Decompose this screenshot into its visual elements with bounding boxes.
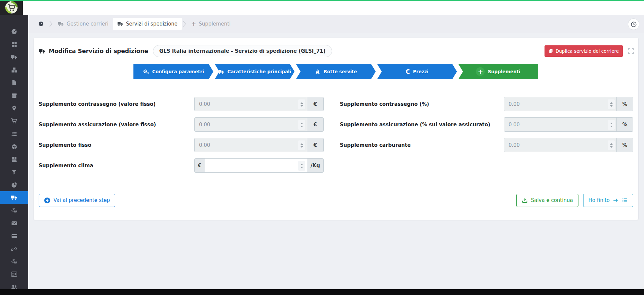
supplemento-clima-input[interactable] bbox=[205, 159, 307, 172]
modules-grid-icon bbox=[11, 41, 17, 48]
previous-step-button[interactable]: Vai al precedente step bbox=[39, 194, 115, 207]
sidebar-item-archive[interactable] bbox=[0, 89, 28, 102]
step-caratteristiche-principali[interactable]: Caratteristiche principali bbox=[215, 64, 295, 79]
sidebar-item-statistics[interactable] bbox=[0, 178, 28, 191]
card-title-row: Modifica Servizio di spedizione GLS Ital… bbox=[39, 44, 634, 58]
euro-suffix: € bbox=[307, 97, 323, 111]
footer-divider bbox=[34, 187, 638, 187]
shipping-truck-icon bbox=[11, 194, 17, 201]
field-supplemento-fisso: Supplemento fisso € bbox=[39, 138, 324, 152]
boxes-icon bbox=[11, 67, 17, 73]
envelope-icon bbox=[11, 220, 17, 226]
dashboard-gauge-icon bbox=[11, 28, 17, 35]
list-icon bbox=[622, 197, 628, 203]
plus-icon: + bbox=[191, 20, 196, 27]
step-prezzi[interactable]: € Prezzi bbox=[377, 64, 457, 79]
sidebar-item-settings[interactable] bbox=[0, 204, 28, 217]
cogs-icon bbox=[11, 207, 17, 214]
topbar bbox=[0, 1, 644, 15]
supplemento-assicurazione-pct-input[interactable] bbox=[504, 118, 616, 131]
supplements-form: Supplemento contrassegno (valore fisso) … bbox=[39, 97, 633, 179]
file-invoice-icon bbox=[11, 80, 17, 86]
truck-icon bbox=[218, 69, 224, 75]
sidebar-item-pallet[interactable] bbox=[0, 153, 28, 166]
breadcrumb-gestione-corrieri[interactable]: Gestione corrieri bbox=[53, 18, 113, 30]
sidebar-item-modules[interactable] bbox=[0, 38, 28, 51]
sidebar-item-payments[interactable] bbox=[0, 229, 28, 242]
field-supplemento-assicurazione-fisso: Supplemento assicurazione (valore fisso)… bbox=[39, 117, 324, 132]
field-supplemento-carburante: Supplemento carburante % bbox=[340, 138, 633, 152]
sidebar-nav bbox=[0, 15, 28, 295]
sidebar-item-documents[interactable] bbox=[0, 76, 28, 89]
field-supplemento-clima: Supplemento clima € /Kg bbox=[39, 158, 324, 173]
euro-icon: € bbox=[405, 68, 410, 75]
chevron-right-icon bbox=[49, 20, 53, 27]
percent-suffix: % bbox=[616, 138, 633, 152]
service-name-badge: GLS Italia internazionale - Servizio di … bbox=[153, 45, 332, 57]
number-spinner[interactable] bbox=[298, 161, 305, 171]
field-supplemento-assicurazione-pct: Supplemento assicurazione (% sul valore … bbox=[340, 117, 633, 132]
form-left-column: Supplemento contrassegno (valore fisso) … bbox=[39, 97, 324, 179]
sidebar-item-products[interactable] bbox=[0, 64, 28, 76]
field-supplemento-contrassegno-fisso: Supplemento contrassegno (valore fisso) … bbox=[39, 97, 324, 111]
step-rotte-servite[interactable]: Rotte servite bbox=[296, 64, 376, 79]
supplemento-contrassegno-pct-input[interactable] bbox=[504, 97, 616, 111]
brand-logo[interactable] bbox=[0, 0, 23, 15]
number-spinner[interactable] bbox=[298, 140, 305, 150]
history-clock-button[interactable] bbox=[628, 18, 639, 30]
download-icon bbox=[522, 197, 528, 204]
arrow-right-icon bbox=[613, 197, 619, 203]
map-marker-icon bbox=[11, 105, 17, 111]
sidebar-item-locations[interactable] bbox=[0, 102, 28, 115]
top-accent-line bbox=[0, 0, 644, 1]
sidebar-item-carriers[interactable] bbox=[0, 51, 28, 64]
number-spinner[interactable] bbox=[608, 140, 615, 150]
funnel-icon bbox=[11, 169, 17, 175]
number-spinner[interactable] bbox=[298, 99, 305, 109]
breadcrumb: Gestione corrieri Servizi di spedizione … bbox=[34, 18, 235, 30]
step-supplementi-active[interactable]: + Supplementi bbox=[458, 64, 538, 79]
breadcrumb-servizi-di-spedizione[interactable]: Servizi di spedizione bbox=[113, 18, 182, 30]
number-spinner[interactable] bbox=[608, 120, 615, 130]
breadcrumb-supplementi[interactable]: + Supplementi bbox=[187, 18, 235, 30]
card-footer: Vai al precedente step Salva e continua … bbox=[39, 193, 633, 208]
save-continue-button[interactable]: Salva e continua bbox=[516, 194, 578, 207]
supplemento-contrassegno-fisso-input[interactable] bbox=[195, 97, 307, 111]
euro-suffix: € bbox=[307, 118, 323, 131]
sidebar-item-stock[interactable] bbox=[0, 140, 28, 153]
truck-icon bbox=[39, 48, 46, 55]
euro-suffix: € bbox=[307, 138, 323, 152]
number-spinner[interactable] bbox=[298, 120, 305, 130]
dashboard-gauge-icon bbox=[38, 21, 44, 27]
sidebar-item-orders[interactable] bbox=[0, 115, 28, 127]
field-supplemento-contrassegno-pct: Supplemento contrassegno (%) % bbox=[340, 97, 633, 111]
link-icon bbox=[11, 246, 17, 252]
breadcrumb-bar: Gestione corrieri Servizi di spedizione … bbox=[28, 15, 644, 33]
archive-icon bbox=[11, 92, 17, 99]
finished-button[interactable]: Ho finito bbox=[583, 194, 633, 207]
duplicate-service-button[interactable]: Duplica servizio del corriere bbox=[545, 45, 623, 57]
supplemento-fisso-input[interactable] bbox=[195, 138, 307, 152]
sidebar-item-automation[interactable] bbox=[0, 255, 28, 268]
sidebar-item-filters[interactable] bbox=[0, 166, 28, 178]
sidebar-item-shipping-active[interactable] bbox=[0, 191, 28, 204]
sidebar-item-listings[interactable] bbox=[0, 127, 28, 140]
percent-suffix: % bbox=[616, 118, 633, 131]
euro-prefix: € bbox=[195, 159, 205, 172]
arrow-left-circle-icon bbox=[44, 197, 50, 204]
sidebar-item-contacts[interactable] bbox=[0, 268, 28, 281]
fullscreen-expand-icon[interactable] bbox=[628, 48, 634, 54]
address-card-icon bbox=[11, 271, 17, 278]
sidebar-item-connections[interactable] bbox=[0, 242, 28, 255]
pie-chart-icon bbox=[11, 182, 17, 188]
breadcrumb-home[interactable] bbox=[34, 18, 48, 30]
per-kg-suffix: /Kg bbox=[307, 159, 323, 172]
sidebar-item-messages[interactable] bbox=[0, 217, 28, 229]
number-spinner[interactable] bbox=[608, 99, 615, 109]
sidebar-item-dashboard[interactable] bbox=[0, 25, 28, 38]
shopping-cart-icon bbox=[11, 118, 17, 124]
supplemento-assicurazione-fisso-input[interactable] bbox=[195, 118, 307, 131]
wizard-steps: Configura parametri Caratteristiche prin… bbox=[133, 64, 538, 79]
supplemento-carburante-input[interactable] bbox=[504, 138, 616, 152]
step-configura-parametri[interactable]: Configura parametri bbox=[133, 64, 213, 79]
